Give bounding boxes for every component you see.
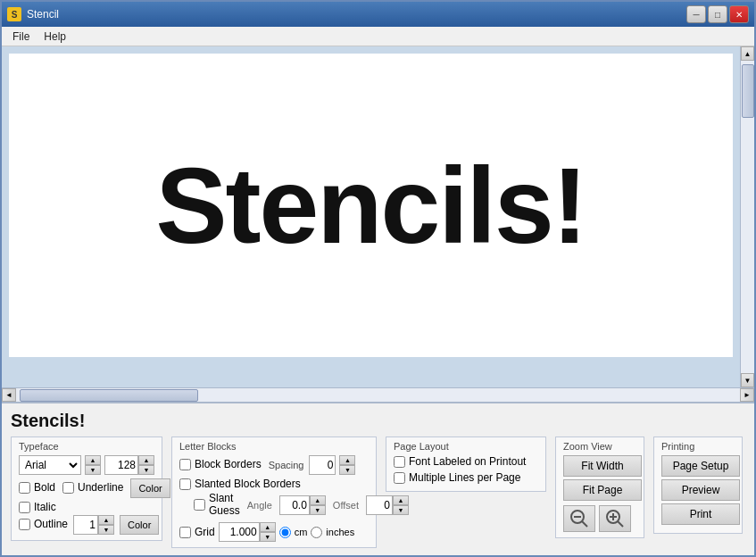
multiple-lines-label: Multiple Lines per Page bbox=[409, 471, 520, 484]
svg-line-4 bbox=[618, 521, 623, 527]
controls-panel: Stencils! Typeface Arial ▲ ▼ ▲ bbox=[2, 402, 754, 555]
scroll-down-button[interactable]: ▼ bbox=[741, 373, 754, 387]
close-button[interactable]: ✕ bbox=[729, 5, 749, 23]
outline-checkbox-row: Outline bbox=[19, 518, 68, 530]
grid-row: Grid ▲ ▼ cm inches bbox=[179, 522, 369, 542]
grid-checkbox[interactable] bbox=[179, 527, 191, 538]
stencil-preview-text: Stencils! bbox=[155, 144, 586, 267]
zoom-label: Zoom View bbox=[563, 441, 636, 452]
minimize-button[interactable]: ─ bbox=[686, 5, 706, 23]
zoom-in-icon bbox=[605, 509, 625, 528]
print-button[interactable]: Print bbox=[661, 503, 740, 525]
outline-size-input[interactable] bbox=[73, 515, 98, 535]
grid-label: Grid bbox=[195, 526, 215, 538]
font-size-up2[interactable]: ▲ bbox=[138, 455, 154, 465]
color-button[interactable]: Color bbox=[130, 478, 170, 498]
maximize-button[interactable]: □ bbox=[708, 5, 727, 23]
grid-input[interactable] bbox=[219, 522, 260, 542]
scroll-track-v[interactable] bbox=[741, 61, 754, 373]
preview-area: Stencils! ▲ ▼ bbox=[2, 46, 754, 387]
font-size-down[interactable]: ▼ bbox=[85, 465, 101, 475]
inches-label: inches bbox=[326, 527, 354, 537]
cm-radio[interactable] bbox=[279, 527, 291, 538]
slant-guess-label: Slant Guess bbox=[209, 492, 240, 517]
menu-file[interactable]: File bbox=[5, 29, 37, 45]
scroll-left-button[interactable]: ◄ bbox=[2, 388, 16, 402]
scroll-right-button[interactable]: ► bbox=[740, 388, 754, 402]
offset-up[interactable]: ▲ bbox=[393, 495, 409, 505]
scroll-track-h[interactable] bbox=[16, 388, 740, 402]
angle-up[interactable]: ▲ bbox=[310, 495, 326, 505]
multiple-lines-checkbox[interactable] bbox=[394, 472, 405, 484]
block-borders-checkbox[interactable] bbox=[179, 459, 191, 470]
preview-button[interactable]: Preview bbox=[661, 479, 740, 501]
typeface-label: Typeface bbox=[19, 441, 154, 452]
zoom-view-group: Zoom View Fit Width Fit Page bbox=[555, 436, 644, 538]
spacing-spin: ▲ ▼ bbox=[339, 455, 355, 475]
slanted-borders-row: Slanted Block Borders bbox=[179, 478, 369, 490]
zoom-in-button[interactable] bbox=[599, 505, 631, 532]
italic-checkbox[interactable] bbox=[19, 502, 30, 513]
offset-down[interactable]: ▼ bbox=[393, 505, 409, 515]
grid-up[interactable]: ▲ bbox=[260, 522, 276, 532]
spacing-label: Spacing bbox=[269, 460, 304, 470]
underline-label: Underline bbox=[78, 481, 123, 494]
scroll-thumb-h[interactable] bbox=[20, 389, 198, 402]
canvas-container[interactable]: Stencils! bbox=[2, 46, 740, 387]
angle-offset-row: Slant Guess Angle ▲ ▼ Offset bbox=[179, 492, 369, 519]
font-select[interactable]: Arial bbox=[19, 455, 81, 475]
svg-line-1 bbox=[582, 521, 587, 527]
font-labeled-checkbox[interactable] bbox=[394, 456, 405, 468]
angle-input[interactable] bbox=[279, 495, 310, 515]
offset-spin: ▲ ▼ bbox=[393, 495, 409, 515]
offset-label: Offset bbox=[333, 500, 359, 511]
outline-spin: ▲ ▼ bbox=[98, 515, 114, 535]
underline-checkbox[interactable] bbox=[62, 482, 74, 494]
outline-up[interactable]: ▲ bbox=[98, 515, 114, 525]
fit-width-button[interactable]: Fit Width bbox=[563, 455, 642, 477]
controls-row: Typeface Arial ▲ ▼ ▲ ▼ bbox=[11, 436, 745, 548]
scroll-up-button[interactable]: ▲ bbox=[741, 46, 754, 61]
fit-page-button[interactable]: Fit Page bbox=[563, 479, 642, 501]
angle-input-group: ▲ ▼ bbox=[279, 495, 326, 515]
spacing-up[interactable]: ▲ bbox=[339, 455, 355, 465]
angle-spin: ▲ ▼ bbox=[310, 495, 326, 515]
slanted-borders-label: Slanted Block Borders bbox=[195, 478, 301, 490]
outline-label: Outline bbox=[34, 518, 68, 530]
printing-label: Printing bbox=[661, 441, 735, 452]
angle-down[interactable]: ▼ bbox=[310, 505, 326, 515]
outline-color-button[interactable]: Color bbox=[120, 515, 159, 535]
font-size-down2[interactable]: ▼ bbox=[138, 465, 154, 475]
inches-radio[interactable] bbox=[311, 527, 322, 538]
zoom-icons-row bbox=[563, 505, 636, 532]
zoom-out-icon bbox=[569, 509, 589, 528]
slant-guess-row: Slant Guess bbox=[194, 492, 240, 517]
typeface-group: Typeface Arial ▲ ▼ ▲ ▼ bbox=[11, 436, 162, 541]
font-size-input[interactable] bbox=[104, 455, 138, 475]
scroll-thumb-v[interactable] bbox=[742, 64, 754, 118]
spacing-down[interactable]: ▼ bbox=[339, 465, 355, 475]
canvas-wrapper: Stencils! ▲ ▼ bbox=[2, 46, 754, 387]
outline-checkbox[interactable] bbox=[19, 519, 30, 530]
menu-bar: File Help bbox=[2, 27, 754, 46]
bold-checkbox-row: Bold bbox=[19, 481, 55, 494]
bold-checkbox[interactable] bbox=[19, 482, 30, 494]
font-size-spin: ▲ ▼ bbox=[85, 455, 101, 475]
zoom-out-button[interactable] bbox=[563, 505, 595, 532]
letter-blocks-group: Letter Blocks Block Borders Spacing ▲ ▼ bbox=[171, 436, 377, 548]
page-layout-label: Page Layout bbox=[394, 441, 538, 452]
vertical-scrollbar[interactable]: ▲ ▼ bbox=[740, 46, 754, 387]
page-setup-button[interactable]: Page Setup bbox=[661, 455, 740, 477]
offset-input[interactable] bbox=[366, 495, 393, 515]
menu-help[interactable]: Help bbox=[37, 29, 73, 45]
outline-down[interactable]: ▼ bbox=[98, 525, 114, 535]
canvas-inner: Stencils! bbox=[9, 54, 733, 357]
spacing-input[interactable] bbox=[309, 455, 336, 475]
slant-guess-checkbox[interactable] bbox=[194, 499, 205, 511]
window-title: Stencil bbox=[27, 8, 59, 21]
horizontal-scrollbar[interactable]: ◄ ► bbox=[2, 387, 754, 402]
slanted-borders-checkbox[interactable] bbox=[179, 478, 191, 490]
font-size-up[interactable]: ▲ bbox=[85, 455, 101, 465]
grid-down[interactable]: ▼ bbox=[260, 532, 276, 542]
typeface-select-row: Arial ▲ ▼ ▲ ▼ bbox=[19, 455, 154, 475]
